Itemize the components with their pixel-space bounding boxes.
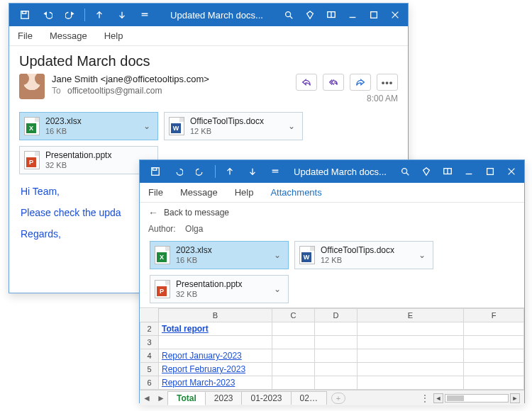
attachment-name: 2023.xlsx xyxy=(45,116,82,127)
cell[interactable]: Report January-2023 xyxy=(159,349,272,363)
qat-overflow-icon[interactable] xyxy=(265,162,285,181)
cell[interactable] xyxy=(358,363,464,376)
sheet-tab[interactable]: 2023 xyxy=(205,391,243,405)
attachment[interactable]: X 2023.xlsx16 KB ⌄ xyxy=(19,112,158,140)
menu-help[interactable]: Help xyxy=(104,30,123,41)
col-header[interactable]: B xyxy=(159,309,272,322)
row-header[interactable]: 5 xyxy=(140,363,159,376)
cell[interactable] xyxy=(464,336,524,349)
row-header[interactable]: 3 xyxy=(140,336,159,349)
attachment[interactable]: P Presentation.pptx32 KB ⌄ xyxy=(150,275,289,303)
cell[interactable] xyxy=(464,322,524,336)
ribbon-options-icon[interactable] xyxy=(438,162,458,181)
attachment-name: OfficeToolTips.docx xyxy=(190,116,264,127)
minimize-icon[interactable] xyxy=(343,5,362,25)
undo-icon[interactable] xyxy=(168,162,188,181)
ribbon-options-icon[interactable] xyxy=(321,5,341,25)
menu-file[interactable]: File xyxy=(18,30,33,41)
cell[interactable] xyxy=(464,363,524,376)
reply-all-button[interactable] xyxy=(323,74,344,91)
up-arrow-icon[interactable] xyxy=(89,5,109,25)
attachment[interactable]: X 2023.xlsx16 KB ⌄ xyxy=(150,241,289,269)
cell[interactable] xyxy=(315,363,358,376)
cell[interactable] xyxy=(464,376,524,390)
cell[interactable] xyxy=(272,363,315,376)
reply-button[interactable] xyxy=(296,74,317,91)
menu-file[interactable]: File xyxy=(148,187,163,198)
close-icon[interactable] xyxy=(501,162,521,181)
cell[interactable] xyxy=(358,376,464,390)
close-icon[interactable] xyxy=(385,5,405,25)
cell[interactable] xyxy=(358,322,464,336)
sheet-tab[interactable]: 02… xyxy=(291,391,327,405)
menu-help[interactable]: Help xyxy=(235,187,254,198)
chevron-down-icon[interactable]: ⌄ xyxy=(416,249,428,261)
svg-rect-1 xyxy=(23,11,26,14)
cell[interactable] xyxy=(315,336,358,349)
tab-split-icon[interactable]: ⋮ xyxy=(418,393,432,403)
svg-rect-6 xyxy=(153,168,157,171)
more-actions-button[interactable]: ••• xyxy=(377,74,398,91)
powerpoint-icon: P xyxy=(24,151,40,169)
menu-message[interactable]: Message xyxy=(50,30,87,41)
row-header[interactable]: 4 xyxy=(140,349,159,363)
tab-prev-icon[interactable]: ◄ xyxy=(140,393,154,403)
attachment[interactable]: W OfficeToolTips.docx12 KB ⌄ xyxy=(164,112,303,140)
search-icon[interactable] xyxy=(279,5,299,25)
cell[interactable] xyxy=(272,349,315,363)
back-to-message-link[interactable]: Back to message xyxy=(164,208,229,218)
save-icon[interactable] xyxy=(145,162,165,181)
attachment[interactable]: W OfficeToolTips.docx12 KB ⌄ xyxy=(294,241,433,269)
attachment[interactable]: P Presentation.pptx32 KB ⌄ xyxy=(19,146,158,174)
cell[interactable] xyxy=(315,349,358,363)
diamond-icon[interactable] xyxy=(416,162,436,181)
cell[interactable] xyxy=(272,322,315,336)
sheet-tab[interactable]: Total xyxy=(167,391,206,405)
select-all-cell[interactable] xyxy=(140,309,159,322)
scroll-right-icon[interactable]: ► xyxy=(510,393,520,403)
horizontal-scrollbar[interactable] xyxy=(445,394,509,402)
redo-icon[interactable] xyxy=(191,162,211,181)
row-header[interactable]: 2 xyxy=(140,322,159,336)
col-header[interactable]: F xyxy=(464,309,524,322)
diamond-icon[interactable] xyxy=(300,5,320,25)
cell[interactable]: Report March-2023 xyxy=(159,376,272,390)
redo-icon[interactable] xyxy=(60,5,80,25)
search-icon[interactable] xyxy=(395,162,415,181)
forward-button[interactable] xyxy=(350,74,371,91)
menu-message[interactable]: Message xyxy=(180,187,218,198)
cell[interactable] xyxy=(159,336,272,349)
col-header[interactable]: D xyxy=(315,309,358,322)
qat-overflow-icon[interactable] xyxy=(135,5,155,25)
col-header[interactable]: E xyxy=(358,309,464,322)
cell[interactable]: Total report xyxy=(159,322,272,336)
scroll-left-icon[interactable]: ◄ xyxy=(433,393,443,403)
up-arrow-icon[interactable] xyxy=(220,162,240,181)
down-arrow-icon[interactable] xyxy=(243,162,262,181)
chevron-down-icon[interactable]: ⌄ xyxy=(285,120,298,133)
chevron-down-icon[interactable]: ⌄ xyxy=(271,249,284,261)
cell[interactable]: Report February-2023 xyxy=(159,363,272,376)
maximize-icon[interactable] xyxy=(364,5,384,25)
minimize-icon[interactable] xyxy=(459,162,479,181)
cell[interactable] xyxy=(358,349,464,363)
undo-icon[interactable] xyxy=(38,5,57,25)
col-header[interactable]: C xyxy=(272,309,315,322)
cell[interactable] xyxy=(315,376,358,390)
save-icon[interactable] xyxy=(15,5,35,25)
row-header[interactable]: 6 xyxy=(140,376,159,390)
cell[interactable] xyxy=(464,349,524,363)
cell[interactable] xyxy=(315,322,358,336)
back-arrow-icon[interactable]: ← xyxy=(148,207,158,218)
add-sheet-button[interactable]: + xyxy=(331,393,345,404)
sheet-tab[interactable]: 01-2023 xyxy=(241,391,291,405)
maximize-icon[interactable] xyxy=(480,162,500,181)
cell[interactable] xyxy=(272,336,315,349)
tab-next-icon[interactable]: ► xyxy=(154,393,168,403)
chevron-down-icon[interactable]: ⌄ xyxy=(140,120,153,133)
down-arrow-icon[interactable] xyxy=(112,5,132,25)
menu-attachments[interactable]: Attachments xyxy=(270,187,321,198)
chevron-down-icon[interactable]: ⌄ xyxy=(271,283,284,295)
cell[interactable] xyxy=(358,336,464,349)
cell[interactable] xyxy=(272,376,315,390)
